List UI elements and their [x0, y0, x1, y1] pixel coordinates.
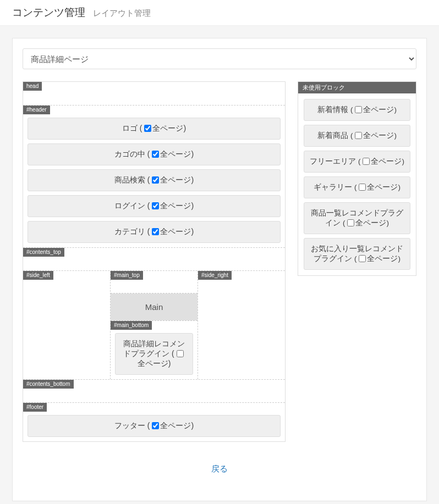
all-pages-label: 全ページ) — [160, 175, 194, 184]
layout-block-label: 商品詳細レコメンドプラグイン ( — [123, 339, 185, 358]
layout-block-label: カテゴリ ( — [114, 227, 150, 236]
region-footer-blocks: フッター (全ページ) — [28, 407, 281, 437]
layout-block-label: フリーエリア ( — [310, 157, 360, 165]
all-pages-label: 全ページ) — [138, 359, 171, 368]
all-pages-checkbox[interactable] — [359, 184, 366, 191]
unused-blocks: 新着情報 (全ページ)新着商品 (全ページ)フリーエリア (全ページ)ギャラリー… — [298, 93, 416, 275]
region-side-left[interactable]: #side_left — [23, 271, 110, 379]
layout-structure: head #header ロゴ (全ページ)カゴの中 (全ページ)商品検索 (全… — [23, 81, 286, 442]
region-header[interactable]: #header ロゴ (全ページ)カゴの中 (全ページ)商品検索 (全ページ)ロ… — [23, 105, 285, 247]
all-pages-checkbox[interactable] — [152, 151, 159, 158]
region-tag-head: head — [23, 82, 42, 91]
page-title: コンテンツ管理 — [12, 5, 85, 20]
all-pages-label: 全ページ) — [355, 219, 389, 227]
layout-block-label: ギャラリー ( — [314, 183, 356, 191]
all-pages-label: 全ページ) — [152, 124, 186, 132]
region-header-blocks: ロゴ (全ページ)カゴの中 (全ページ)商品検索 (全ページ)ログイン (全ペー… — [28, 110, 281, 243]
all-pages-label: 全ページ) — [367, 183, 400, 191]
all-pages-label: 全ページ) — [160, 421, 194, 430]
all-pages-checkbox[interactable] — [152, 422, 159, 429]
layout-block-label: 新着情報 ( — [317, 106, 353, 114]
layout-block-label: フッター ( — [114, 421, 150, 430]
top-bar: コンテンツ管理 レイアウト管理 — [0, 0, 439, 26]
all-pages-label: 全ページ) — [363, 131, 397, 140]
layout-block[interactable]: フッター (全ページ) — [28, 415, 281, 437]
all-pages-checkbox[interactable] — [363, 158, 370, 165]
layout-block[interactable]: ギャラリー (全ページ) — [304, 176, 410, 198]
page-select[interactable]: 商品詳細ページ — [23, 48, 416, 69]
unused-title: 未使用ブロック — [298, 82, 416, 93]
region-main: Main — [111, 293, 197, 320]
region-tag-footer: #footer — [23, 403, 47, 412]
all-pages-checkbox[interactable] — [152, 176, 159, 184]
region-main-bottom[interactable]: #main_bottom 商品詳細レコメンドプラグイン (全ページ) — [111, 320, 197, 379]
layout-block-label: 新着商品 ( — [317, 131, 353, 140]
all-pages-checkbox[interactable] — [177, 350, 184, 357]
page-subtitle: レイアウト管理 — [93, 8, 151, 18]
region-head[interactable]: head — [23, 82, 285, 105]
all-pages-checkbox[interactable] — [355, 132, 362, 139]
layout-block[interactable]: 商品検索 (全ページ) — [28, 169, 281, 191]
region-tag-side-right: #side_right — [198, 271, 232, 280]
region-contents-bottom[interactable]: #contents_bottom — [23, 379, 285, 402]
all-pages-label: 全ページ) — [160, 149, 194, 158]
all-pages-label: 全ページ) — [160, 227, 194, 236]
layout-block-label: 商品検索 ( — [114, 175, 150, 184]
all-pages-checkbox[interactable] — [347, 219, 354, 226]
layout-block[interactable]: 商品詳細レコメンドプラグイン (全ページ) — [115, 333, 193, 375]
layout-block[interactable]: 新着商品 (全ページ) — [304, 125, 410, 147]
layout-block[interactable]: お気に入り一覧レコメンドプラグイン (全ページ) — [304, 238, 410, 270]
region-tag-contents-bottom: #contents_bottom — [23, 380, 74, 389]
layout-block[interactable]: ログイン (全ページ) — [28, 195, 281, 217]
layout-block[interactable]: フリーエリア (全ページ) — [304, 151, 410, 173]
all-pages-label: 全ページ) — [367, 254, 400, 263]
region-side-right[interactable]: #side_right — [197, 271, 285, 379]
unused-panel[interactable]: 未使用ブロック 新着情報 (全ページ)新着商品 (全ページ)フリーエリア (全ペ… — [298, 81, 416, 276]
layout-block-label: カゴの中 ( — [114, 149, 150, 158]
all-pages-checkbox[interactable] — [144, 125, 151, 132]
back-link[interactable]: 戻る — [211, 464, 228, 473]
region-footer[interactable]: #footer フッター (全ページ) — [23, 402, 285, 441]
layout-block-label: ロゴ ( — [122, 124, 142, 132]
region-tag-main-top: #main_top — [111, 271, 143, 280]
region-tag-contents-top: #contents_top — [23, 248, 64, 257]
layout-block-label: ログイン ( — [114, 201, 150, 210]
all-pages-checkbox[interactable] — [152, 202, 159, 209]
layout-block[interactable]: 新着情報 (全ページ) — [304, 99, 410, 121]
region-main-top[interactable]: #main_top — [111, 271, 197, 293]
all-pages-checkbox[interactable] — [359, 255, 366, 262]
layout-block[interactable]: ロゴ (全ページ) — [28, 118, 281, 140]
region-tag-side-left: #side_left — [23, 271, 53, 280]
main-block: Main — [111, 293, 197, 320]
region-contents-top[interactable]: #contents_top — [23, 247, 285, 270]
layout-block[interactable]: 商品一覧レコメンドプラグイン (全ページ) — [304, 202, 410, 234]
layout-block[interactable]: カテゴリ (全ページ) — [28, 221, 281, 243]
all-pages-label: 全ページ) — [363, 106, 397, 114]
all-pages-label: 全ページ) — [160, 201, 194, 210]
region-main-column: #main_top Main #main_bottom 商品詳細レコメンドプラグ… — [110, 271, 197, 379]
region-main-bottom-blocks: 商品詳細レコメンドプラグイン (全ページ) — [115, 325, 193, 375]
all-pages-checkbox[interactable] — [355, 106, 362, 113]
layout-panel: 商品詳細ページ head #header ロゴ (全ページ)カゴの中 (全ページ… — [12, 38, 427, 501]
region-tag-main-bottom: #main_bottom — [111, 321, 152, 330]
all-pages-label: 全ページ) — [371, 157, 404, 165]
all-pages-checkbox[interactable] — [152, 228, 159, 235]
layout-block[interactable]: カゴの中 (全ページ) — [28, 143, 281, 165]
region-tag-header: #header — [23, 106, 50, 114]
